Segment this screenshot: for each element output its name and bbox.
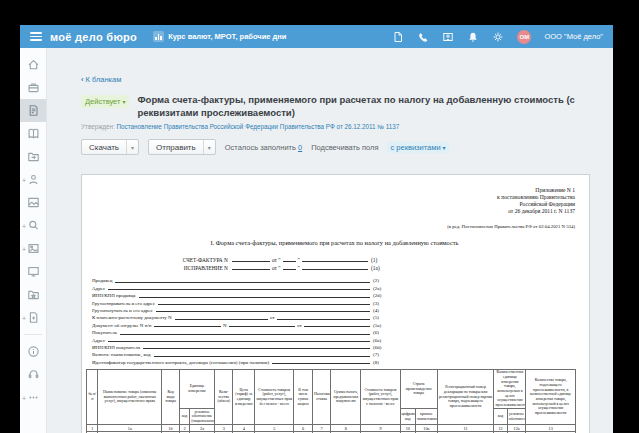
form-field-blank[interactable]	[139, 296, 370, 298]
column-number-cell: 5	[255, 425, 294, 432]
sidebar-item-folder-transfer[interactable]	[20, 145, 46, 168]
form-field-blank[interactable]	[154, 355, 370, 357]
form-field-blank[interactable]	[108, 340, 370, 342]
line-number: (4)	[370, 308, 386, 313]
remaining-count-link[interactable]: 0	[298, 143, 302, 152]
account-name[interactable]: ООО "Моё дело"	[544, 32, 603, 41]
back-link-label: К бланкам	[86, 75, 122, 84]
form-field-blank[interactable]	[232, 268, 270, 270]
plus-badge-icon: +	[22, 314, 26, 321]
sidebar-item-documents[interactable]	[20, 99, 46, 122]
form-field-blank[interactable]	[154, 325, 220, 327]
form-line-label: Продавец	[92, 278, 115, 283]
column-number-cell: 8	[331, 425, 361, 432]
date-prefix: от "	[270, 257, 283, 263]
col-header-kind-code: Код вида товара	[162, 369, 180, 425]
form-field-blank[interactable]	[232, 260, 270, 262]
line-number: (3)	[370, 301, 386, 306]
column-number-cell: 3	[214, 425, 233, 432]
sidebar-item-monitor[interactable]	[20, 260, 46, 283]
column-number-cell: 2	[179, 425, 189, 432]
title-block: Действует Форма счета-фактуры, применяем…	[81, 94, 606, 119]
sidebar-item-ledger-book[interactable]	[20, 122, 46, 145]
sidebar-item-info[interactable]	[20, 340, 46, 363]
form-field-blank[interactable]	[115, 281, 370, 283]
menu-icon[interactable]	[30, 32, 42, 41]
status-badge[interactable]: Действует	[81, 95, 129, 108]
form-field-blank[interactable]	[283, 260, 296, 262]
tasks-icon[interactable]	[392, 31, 404, 43]
form-line-label: Грузополучатель и его адрес	[92, 308, 156, 313]
form-field-blank[interactable]	[108, 288, 370, 290]
form-field-blank[interactable]	[120, 333, 370, 335]
approved-link[interactable]: Постановление Правительства Российской Ф…	[117, 123, 400, 130]
section-title: I. Форма счета-фактуры, применяемого при…	[92, 239, 577, 246]
col-header-excise: В том числе сумма акциза	[294, 369, 313, 425]
sidebar-item-support[interactable]	[20, 363, 46, 386]
remaining-label: Осталось заполнить	[225, 143, 296, 152]
chart-icon	[153, 31, 164, 42]
brand-logo[interactable]: моё дело бюро	[50, 31, 137, 43]
form-line-label: Грузоотправитель и его адрес	[92, 301, 158, 306]
sidebar-item-image-editor[interactable]	[20, 191, 46, 214]
form-field-blank[interactable]	[158, 303, 370, 305]
sidebar-item-document-add[interactable]: +	[20, 306, 46, 329]
form-field-blank[interactable]	[302, 260, 368, 262]
sidebar-item-picture-add[interactable]: +	[20, 237, 46, 260]
column-number-cell: 12а	[507, 425, 526, 432]
plus-badge-icon: +	[22, 222, 26, 229]
sidebar-item-home[interactable]	[20, 53, 46, 76]
form-field-blank[interactable]	[277, 318, 370, 320]
line-number: (6а)	[370, 338, 386, 343]
form-field-blank[interactable]	[156, 310, 370, 312]
col-header-npp: № п/п	[87, 369, 98, 425]
form-field-blank[interactable]	[302, 268, 368, 270]
column-number-cell: 10а	[416, 425, 438, 432]
form-line-mid-label: от	[268, 315, 277, 320]
column-number-cell: 4	[233, 425, 255, 432]
send-dropdown-caret[interactable]	[203, 140, 215, 154]
content-area: К бланкам Действует Форма счета-фактуры,…	[47, 48, 613, 433]
form-line-label: К платежно-расчетному документу N	[92, 315, 175, 320]
sidebar-item-person-add[interactable]: +	[20, 168, 46, 191]
form-line: Адрес(6а)	[92, 335, 386, 342]
download-dropdown-caret[interactable]	[126, 140, 138, 154]
download-button[interactable]: Скачать	[81, 139, 139, 155]
sidebar-item-folder-star[interactable]	[20, 283, 46, 306]
invoice-number-row: ИСПРАВЛЕНИЕ Nот ""(1а)	[92, 263, 384, 271]
chevron-down-icon	[120, 97, 125, 106]
column-number-cell: 10	[400, 425, 415, 432]
send-button[interactable]: Отправить	[148, 139, 216, 155]
form-field-blank[interactable]	[229, 325, 295, 327]
back-link[interactable]: К бланкам	[81, 75, 121, 84]
form-field-blank[interactable]	[175, 318, 268, 320]
notifications-icon[interactable]	[467, 31, 479, 43]
form-field-blank[interactable]	[143, 347, 370, 349]
sidebar-item-more[interactable]: +	[20, 386, 46, 409]
phone-icon[interactable]	[417, 31, 429, 43]
form-field-blank[interactable]	[304, 325, 370, 327]
screen-background: моё дело бюро Курс валют, МРОТ, рабочие …	[0, 0, 639, 433]
line-number: (5а)	[370, 323, 386, 328]
col-header-country-name: краткое наименование	[416, 409, 438, 425]
line-number: (1а)	[368, 265, 384, 271]
form-line: Валюта: наименование, код(7)	[92, 350, 386, 357]
col-header-trace-unit-code: код	[494, 409, 507, 425]
plus-badge-icon: +	[22, 245, 26, 252]
sidebar-item-briefcase[interactable]	[20, 76, 46, 99]
avatar[interactable]: ОМ	[517, 30, 531, 44]
sidebar-item-search-add[interactable]: +	[20, 214, 46, 237]
form-line-label: Адрес	[92, 338, 108, 343]
col-header-qty: Коли- чество (объем)	[214, 369, 233, 425]
highlight-mode-select[interactable]: с реквизитами	[387, 142, 448, 153]
settings-icon[interactable]	[492, 31, 504, 43]
col-header-trace-qty: Количество товара, подлежащего прослежив…	[526, 369, 576, 425]
rates-quick-link[interactable]: Курс валют, МРОТ, рабочие дни	[153, 31, 286, 42]
annex-line: к постановлению Правительства	[92, 194, 575, 201]
webinar-icon[interactable]	[442, 31, 454, 43]
form-field-blank[interactable]	[283, 268, 296, 270]
form-field-blank[interactable]	[272, 362, 370, 364]
annex-line: от 26 декабря 2011 г. N 1137	[92, 208, 575, 215]
form-line-label: ИНН/КПП покупателя	[92, 345, 143, 350]
download-button-label: Скачать	[82, 140, 126, 154]
